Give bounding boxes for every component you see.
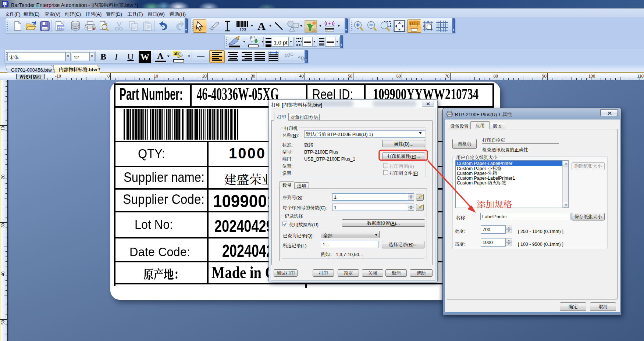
svg-text:A: A xyxy=(257,21,266,32)
svg-text:BT: BT xyxy=(4,4,7,7)
svg-text:123: 123 xyxy=(239,28,246,32)
svg-text:ABC: ABC xyxy=(297,54,308,62)
svg-text:ABC: ABC xyxy=(284,51,294,59)
